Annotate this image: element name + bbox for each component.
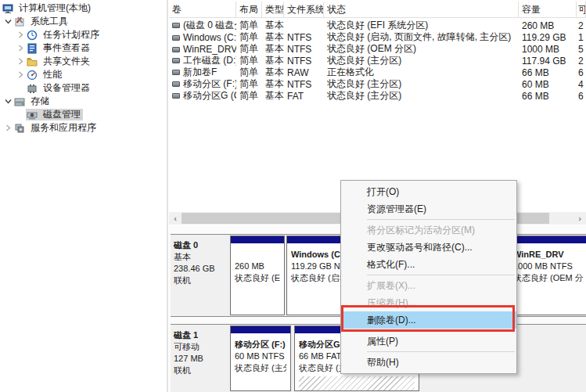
tree-item-storage[interactable]: 存储	[0, 95, 167, 108]
volume-free-clipped: 1	[577, 32, 586, 43]
volume-name: 新加卷F	[183, 67, 217, 77]
table-row[interactable]: (磁盘 0 磁盘分区 1) 简单 基本 状态良好 (EFI 系统分区) 260 …	[169, 20, 586, 31]
volume-type: 基本	[262, 89, 284, 102]
volume-icon	[172, 93, 180, 99]
context-menu-item-format[interactable]: 格式化(F)...	[341, 256, 516, 273]
context-menu-item-properties[interactable]: 属性(P)	[341, 333, 516, 350]
tree-item-task-scheduler[interactable]: 任务计划程序	[0, 28, 167, 41]
partition-block-f[interactable]: 移动分区 (F:) 60 MB NTFS 状态良好 (主分区)	[230, 325, 291, 391]
formatting-hatch-pattern	[299, 376, 415, 390]
partition-name	[235, 249, 280, 261]
volume-list-header: 卷 布局 类型 文件系统 状态 容量 可	[169, 2, 586, 18]
chevron-collapsed-icon[interactable]	[16, 30, 26, 41]
services-icon	[13, 123, 26, 134]
column-header-free-space-clipped[interactable]: 可	[577, 2, 586, 17]
volume-capacity: 119.29 GB	[519, 32, 577, 43]
scroll-left-icon[interactable]: ‹	[169, 212, 182, 225]
context-menu-item-explorer[interactable]: 资源管理器(E)	[341, 200, 516, 218]
volume-capacity: 1000 MB	[519, 44, 577, 55]
context-menu-item-change-drive-letter[interactable]: 更改驱动器号和路径(C)...	[341, 239, 516, 256]
tree-item-computer-management[interactable]: 计算机管理(本地)	[0, 2, 167, 15]
tree-item-label: 系统工具	[28, 16, 70, 27]
context-menu-item-delete-volume[interactable]: 删除卷(D)...	[341, 311, 516, 329]
column-header-capacity[interactable]: 容量	[519, 2, 577, 17]
disk-management-icon	[26, 110, 38, 120]
disk-size: 127 MB	[174, 353, 224, 365]
volume-capacity: 60 MB	[519, 79, 577, 90]
storage-icon	[13, 96, 26, 107]
partition-size: 260 MB	[235, 261, 280, 272]
volume-name: 工作磁盘 (D:)	[183, 55, 236, 66]
tree-item-system-tools[interactable]: 系统工具	[0, 15, 167, 28]
volume-fs: NTFS	[284, 56, 324, 67]
tree-item-device-manager[interactable]: 设备管理器	[0, 81, 167, 95]
tree-item-label: 任务计划程序	[41, 29, 102, 41]
disk-status: 联机	[174, 365, 224, 376]
partition-name: 移动分区 (F:)	[235, 339, 286, 351]
volume-fs: FAT	[284, 91, 324, 102]
shared-folders-icon	[26, 56, 38, 67]
volume-name: 移动分区 (F:)	[183, 78, 236, 89]
partition-color-bar	[231, 236, 284, 244]
partition-status: 状态良好 (OEM 分区)	[513, 272, 584, 284]
tree-item-label: 设备管理器	[41, 82, 92, 94]
tree-item-event-viewer[interactable]: 事件查看器	[0, 41, 167, 55]
column-header-volume[interactable]: 卷	[169, 2, 236, 17]
table-row[interactable]: 移动分区 (F:) 简单 基本 NTFS 状态良好 (主分区) 60 MB 4	[169, 78, 586, 90]
tree-item-label: 磁盘管理	[41, 109, 83, 120]
volume-icon	[172, 70, 180, 75]
tree-item-shared-folders[interactable]: 共享文件夹	[0, 55, 167, 68]
disk-0-info-panel[interactable]: 磁盘 0 基本 238.46 GB 联机	[171, 236, 227, 315]
context-menu-item-open[interactable]: 打开(O)	[341, 183, 516, 200]
tree-item-label: 服务和应用程序	[28, 122, 99, 134]
tree-item-performance[interactable]: 性能	[0, 68, 167, 81]
chevron-expanded-icon[interactable]	[3, 96, 13, 107]
table-row[interactable]: Windows (C:) 简单 基本 NTFS 状态良好 (启动, 页面文件, …	[169, 31, 586, 43]
volume-capacity: 66 MB	[519, 67, 577, 78]
column-header-layout[interactable]: 布局	[236, 2, 262, 17]
volume-layout: 简单	[236, 89, 262, 102]
tree-item-services-and-applications[interactable]: 服务和应用程序	[0, 121, 167, 135]
volume-status: 状态良好 (主分区)	[324, 89, 519, 102]
chevron-collapsed-icon[interactable]	[16, 43, 26, 54]
disk-name: 磁盘 0	[174, 239, 224, 251]
context-menu-item-extend-volume: 扩展卷(X)...	[341, 277, 516, 294]
task-scheduler-icon	[26, 30, 38, 41]
column-header-filesystem[interactable]: 文件系统	[284, 2, 324, 17]
volume-name: 移动分区G (G:)	[183, 90, 236, 101]
context-menu-item-help[interactable]: 帮助(H)	[341, 354, 516, 371]
partition-name: WinRE_DRV	[513, 249, 584, 261]
table-row[interactable]: 新加卷F 简单 基本 RAW 正在格式化 66 MB 6	[169, 67, 586, 78]
pane-divider	[167, 0, 168, 392]
menu-separator	[341, 350, 516, 354]
table-row[interactable]: WinRE_DRV 简单 基本 NTFS 状态良好 (OEM 分区) 1000 …	[169, 43, 586, 55]
chevron-collapsed-icon[interactable]	[3, 123, 13, 134]
partition-status: 状态良好 (主分区)	[235, 362, 286, 374]
volume-icon	[172, 81, 180, 87]
volume-free-clipped: 5	[577, 44, 586, 55]
tree-item-label: 共享文件夹	[41, 56, 92, 67]
disk-name: 磁盘 1	[174, 329, 224, 341]
column-header-type[interactable]: 类型	[262, 2, 284, 17]
chevron-collapsed-icon[interactable]	[16, 56, 26, 67]
chevron-expanded-icon[interactable]	[3, 16, 13, 27]
scroll-right-icon[interactable]: ›	[573, 212, 586, 225]
volume-capacity: 117.94 GB	[519, 56, 577, 67]
column-header-status[interactable]: 状态	[324, 2, 519, 17]
selected-tree-item[interactable]: 磁盘管理	[26, 109, 83, 120]
table-row[interactable]: 工作磁盘 (D:) 简单 基本 NTFS 状态良好 (主分区) 117.94 G…	[169, 55, 586, 67]
partition-block-winre[interactable]: WinRE_DRV 1000 MB NTFS 状态良好 (OEM 分区)	[509, 236, 586, 315]
volume-capacity: 260 MB	[519, 20, 577, 31]
tree-item-label: 性能	[41, 69, 64, 81]
context-menu-item-shrink-volume: 压缩卷(H)...	[341, 294, 516, 311]
system-tools-icon	[13, 16, 26, 27]
table-row[interactable]: 移动分区G (G:) 简单 基本 FAT 状态良好 (主分区) 66 MB 6	[169, 90, 586, 102]
disk-1-info-panel[interactable]: 磁盘 1 可移动 127 MB 联机	[171, 325, 227, 391]
tree-item-disk-management[interactable]: 磁盘管理	[0, 108, 167, 121]
volume-fs: NTFS	[284, 32, 324, 43]
partition-block-efi[interactable]: 260 MB 状态良好 (EFI 系统分区)	[230, 236, 285, 315]
chevron-collapsed-icon[interactable]	[16, 70, 26, 81]
volume-fs: NTFS	[284, 79, 324, 90]
volume-icon	[172, 58, 180, 63]
volume-capacity: 66 MB	[519, 91, 577, 102]
